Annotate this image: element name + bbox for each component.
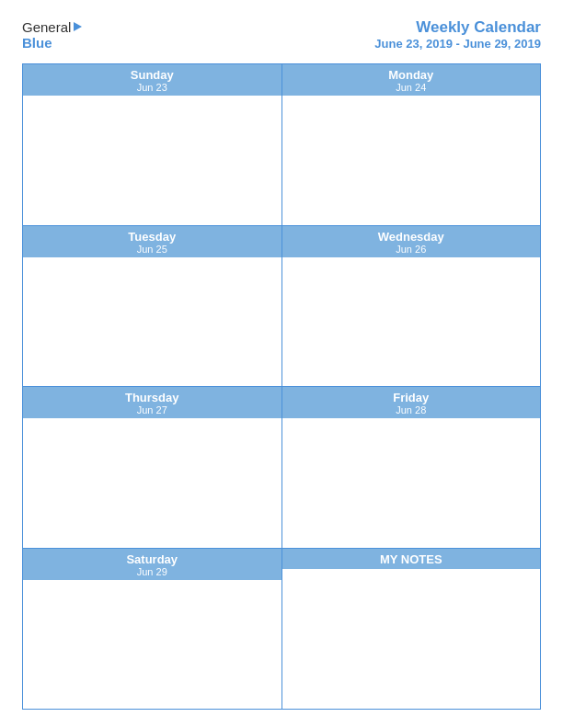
day-header-sunday: Sunday Jun 23: [23, 64, 282, 96]
day-body-monday: [282, 96, 541, 206]
logo-general: General: [22, 19, 71, 35]
table-row: Thursday Jun 27 Friday Jun 28: [23, 387, 541, 549]
table-row: Saturday Jun 29 MY NOTES: [23, 548, 541, 710]
day-name-friday: Friday: [282, 391, 541, 404]
day-cell-wednesday: Wednesday Jun 26: [282, 225, 541, 387]
day-date-saturday: Jun 29: [23, 566, 282, 577]
day-cell-tuesday: Tuesday Jun 25: [23, 225, 282, 387]
table-row: Tuesday Jun 25 Wednesday Jun 26: [23, 225, 541, 387]
day-name-thursday: Thursday: [23, 391, 282, 404]
calendar-title: Weekly Calendar: [374, 18, 541, 37]
day-date-friday: Jun 28: [282, 404, 541, 415]
notes-body: [282, 569, 541, 679]
day-body-wednesday: [282, 257, 541, 368]
day-body-tuesday: [23, 257, 282, 368]
day-name-sunday: Sunday: [23, 68, 282, 82]
day-date-thursday: Jun 27: [23, 404, 282, 415]
day-body-thursday: [23, 418, 282, 529]
day-header-tuesday: Tuesday Jun 25: [23, 226, 282, 257]
table-row: Sunday Jun 23 Monday Jun 24: [23, 64, 541, 226]
day-name-monday: Monday: [282, 68, 541, 82]
day-date-sunday: Jun 23: [23, 82, 282, 93]
day-cell-thursday: Thursday Jun 27: [23, 387, 282, 549]
calendar-table: Sunday Jun 23 Monday Jun 24 T: [22, 63, 541, 710]
day-date-monday: Jun 24: [282, 82, 541, 93]
day-date-tuesday: Jun 25: [23, 244, 282, 255]
day-body-saturday: [23, 580, 282, 690]
day-name-wednesday: Wednesday: [282, 230, 541, 244]
day-cell-saturday: Saturday Jun 29: [23, 548, 282, 710]
day-body-sunday: [23, 96, 282, 206]
calendar-subtitle: June 23, 2019 - June 29, 2019: [374, 37, 541, 51]
header: General Blue Weekly Calendar June 23, 20…: [22, 18, 541, 51]
header-right: Weekly Calendar June 23, 2019 - June 29,…: [374, 18, 541, 51]
day-name-saturday: Saturday: [23, 552, 282, 566]
logo-blue: Blue: [22, 35, 52, 51]
day-header-saturday: Saturday Jun 29: [23, 549, 282, 580]
day-cell-monday: Monday Jun 24: [282, 64, 541, 226]
day-body-friday: [282, 418, 541, 529]
day-cell-friday: Friday Jun 28: [282, 387, 541, 549]
day-header-thursday: Thursday Jun 27: [23, 387, 282, 418]
logo-triangle-icon: [74, 22, 82, 31]
day-date-wednesday: Jun 26: [282, 244, 541, 255]
notes-header: MY NOTES: [282, 549, 541, 569]
logo: General Blue: [22, 19, 82, 51]
day-name-tuesday: Tuesday: [23, 230, 282, 244]
day-cell-sunday: Sunday Jun 23: [23, 64, 282, 226]
page: General Blue Weekly Calendar June 23, 20…: [0, 0, 563, 728]
day-header-wednesday: Wednesday Jun 26: [282, 226, 541, 257]
notes-label: MY NOTES: [282, 552, 541, 566]
day-header-friday: Friday Jun 28: [282, 387, 541, 418]
day-header-monday: Monday Jun 24: [282, 64, 541, 96]
notes-cell: MY NOTES: [282, 548, 541, 710]
